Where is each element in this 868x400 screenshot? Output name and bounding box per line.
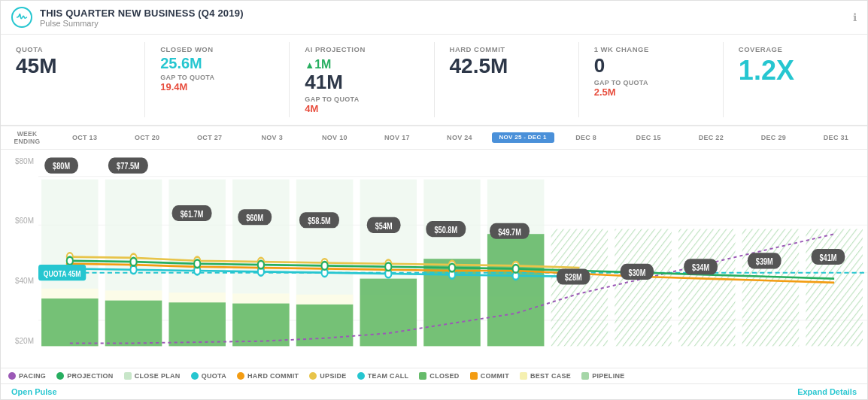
closed-won-gap-value: 19.4M <box>160 81 274 92</box>
page-title: THIS QUARTER NEW BUSINESS (Q4 2019) <box>40 8 244 19</box>
hard-commit-value: 42.5M <box>450 55 563 78</box>
svg-text:$30M: $30M <box>628 267 645 277</box>
legend-closed: CLOSED <box>419 372 459 380</box>
best-case-label: BEST CASE <box>530 372 571 380</box>
metrics-bar: QUOTA 45M CLOSED WON 25.6M GAP TO QUOTA … <box>1 35 867 126</box>
metric-closed-won: CLOSED WON 25.6M GAP TO QUOTA 19.4M <box>145 42 290 117</box>
week-ending-label: WEEK ENDING <box>1 130 53 145</box>
week-header: WEEK ENDING OCT 13 OCT 20 OCT 27 NOV 3 N… <box>1 126 867 150</box>
upside-dot <box>309 372 317 380</box>
week-nov3: NOV 3 <box>241 132 303 143</box>
week-nov17: NOV 17 <box>366 132 428 143</box>
legend-projection: PROJECTION <box>56 372 114 380</box>
legend-pipeline: PIPELINE <box>581 372 624 380</box>
week-nov24: NOV 24 <box>428 132 490 143</box>
svg-text:$49.7M: $49.7M <box>498 226 521 236</box>
chart-canvas: $80M $77.5M $61.7M $60M $58.5M $54M <box>38 150 867 368</box>
page-subtitle: Pulse Summary <box>40 19 244 28</box>
hard-commit-legend-label: HARD COMMIT <box>247 372 299 380</box>
projection-label: PROJECTION <box>67 372 114 380</box>
legend-upside: UPSIDE <box>309 372 346 380</box>
week-oct13: OCT 13 <box>53 132 116 143</box>
svg-rect-16 <box>678 229 736 346</box>
closed-label: CLOSED <box>429 372 459 380</box>
pipeline-label: PIPELINE <box>592 372 624 380</box>
close-plan-label: CLOSE PLAN <box>135 372 181 380</box>
svg-text:$58.5M: $58.5M <box>308 215 331 225</box>
ai-projection-gap-value: 4M <box>305 103 418 114</box>
metric-ai-projection: AI PROJECTION ▲1M 41M GAP TO QUOTA 4M <box>290 42 434 117</box>
svg-text:QUOTA 45M: QUOTA 45M <box>44 268 81 277</box>
svg-rect-15 <box>615 229 672 346</box>
svg-point-61 <box>130 257 136 265</box>
svg-text:$61.7M: $61.7M <box>181 208 204 218</box>
legend-quota: QUOTA <box>191 372 226 380</box>
ai-projection-change: ▲1M <box>305 55 331 71</box>
team-call-label: TEAM CALL <box>368 372 409 380</box>
ai-projection-label: AI PROJECTION <box>305 45 418 53</box>
svg-rect-32 <box>360 278 417 346</box>
metric-coverage: COVERAGE 1.2X <box>724 42 867 117</box>
svg-text:$34M: $34M <box>692 262 709 271</box>
week-oct20: OCT 20 <box>116 132 178 143</box>
coverage-value: 1.2X <box>739 55 852 86</box>
svg-text:$50.8M: $50.8M <box>435 224 458 234</box>
commit-label: COMMIT <box>481 372 509 380</box>
hard-commit-label: HARD COMMIT <box>450 45 563 53</box>
best-case-dot <box>520 372 527 380</box>
svg-point-62 <box>194 259 200 268</box>
ai-projection-gap-label: GAP TO QUOTA <box>305 95 418 103</box>
pacing-label: PACING <box>19 372 46 380</box>
legend-team-call: TEAM CALL <box>357 372 409 380</box>
pulse-icon <box>11 7 32 28</box>
1wk-change-label: 1 WK CHANGE <box>594 45 708 53</box>
week-dec31: DEC 31 <box>805 132 867 143</box>
quota-label: QUOTA <box>16 45 129 53</box>
svg-rect-27 <box>41 298 99 346</box>
legend-best-case: BEST CASE <box>520 372 571 380</box>
legend-hard-commit: HARD COMMIT <box>237 372 299 380</box>
week-dec8: DEC 8 <box>555 132 618 143</box>
svg-point-64 <box>322 262 328 270</box>
legend: PACING PROJECTION CLOSE PLAN QUOTA HARD … <box>1 368 867 383</box>
closed-won-label: CLOSED WON <box>160 45 274 53</box>
svg-point-65 <box>385 262 391 271</box>
metric-hard-commit: HARD COMMIT 42.5M <box>435 42 579 117</box>
chart-footer: Open Pulse Expand Details <box>1 383 867 399</box>
week-dec15: DEC 15 <box>618 132 680 143</box>
y-label-20m: $20M <box>1 337 34 345</box>
quota-value: 45M <box>16 55 129 78</box>
team-call-dot <box>357 372 365 380</box>
svg-rect-18 <box>806 229 863 346</box>
svg-text:$54M: $54M <box>375 220 393 230</box>
1wk-change-gap-label: GAP TO QUOTA <box>594 79 708 86</box>
coverage-label: COVERAGE <box>739 45 852 53</box>
hard-commit-dot <box>237 372 244 380</box>
week-dec29: DEC 29 <box>742 132 805 143</box>
commit-dot <box>470 372 478 380</box>
svg-rect-29 <box>168 302 226 346</box>
svg-text:$80M: $80M <box>53 161 70 171</box>
svg-rect-14 <box>551 229 609 346</box>
open-pulse-link[interactable]: Open Pulse <box>11 387 57 396</box>
info-icon[interactable]: ℹ <box>853 11 857 23</box>
1wk-change-value: 0 <box>594 55 708 77</box>
closed-dot <box>419 372 426 380</box>
week-oct27: OCT 27 <box>178 132 241 143</box>
y-label-40m: $40M <box>1 277 34 285</box>
svg-rect-31 <box>296 305 354 346</box>
quota-dot <box>191 372 199 380</box>
chart-svg: $80M $77.5M $61.7M $60M $58.5M $54M <box>38 150 867 368</box>
svg-point-60 <box>67 256 73 265</box>
1wk-change-gap-value: 2.5M <box>594 86 708 98</box>
projection-dot <box>56 372 64 380</box>
closed-won-gap-label: GAP TO QUOTA <box>160 74 274 81</box>
chart-area: WEEK ENDING OCT 13 OCT 20 OCT 27 NOV 3 N… <box>1 126 867 383</box>
svg-point-67 <box>513 265 519 273</box>
expand-details-link[interactable]: Expand Details <box>797 387 857 396</box>
svg-rect-17 <box>742 229 800 346</box>
week-nov10: NOV 10 <box>303 132 366 143</box>
quota-legend-label: QUOTA <box>202 372 226 380</box>
svg-text:$28M: $28M <box>565 272 582 282</box>
y-label-80m: $80M <box>1 157 34 165</box>
